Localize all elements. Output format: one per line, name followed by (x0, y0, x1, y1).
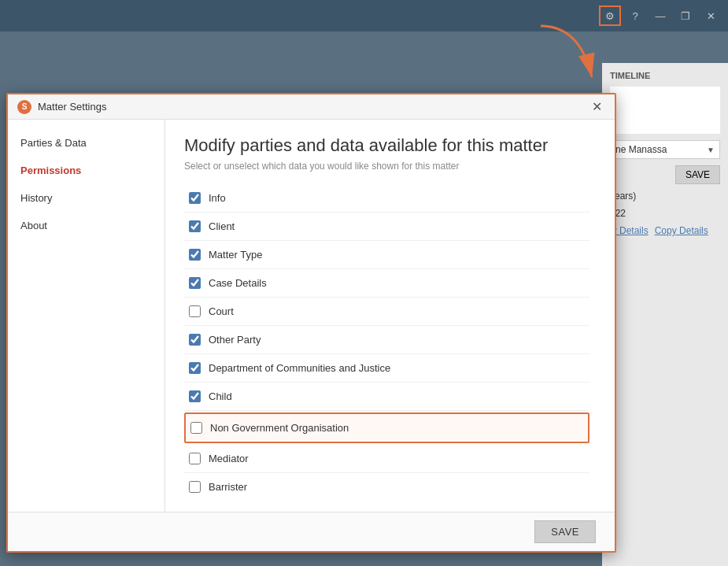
checkbox-non-govt-org[interactable] (190, 422, 202, 434)
modal-title: Matter Settings (38, 101, 582, 113)
modal-logo: S (17, 100, 31, 114)
modal-sidebar: Parties & Data Permissions History About (8, 120, 165, 512)
checkbox-list: Info Client Matter Type Ca (184, 184, 596, 499)
checkbox-item-case-details: Case Details (184, 269, 589, 298)
checkbox-info[interactable] (189, 192, 201, 204)
modal-overlay: S Matter Settings ✕ Parties & Data Permi… (0, 0, 728, 566)
checkbox-label-matter-type: Matter Type (209, 249, 262, 261)
modal-save-button[interactable]: SAVE (534, 520, 596, 543)
checkbox-label-non-govt-org: Non Government Organisation (210, 422, 349, 434)
checkbox-label-case-details: Case Details (209, 277, 267, 289)
checkbox-item-non-govt-org: Non Government Organisation (184, 412, 589, 443)
checkbox-item-client: Client (184, 213, 589, 241)
content-subtitle: Select or unselect which data you would … (184, 161, 596, 172)
checkbox-item-court: Court (184, 298, 589, 326)
checkbox-label-child: Child (209, 390, 232, 402)
checkbox-dept-communities[interactable] (189, 362, 201, 374)
checkbox-label-mediator: Mediator (209, 453, 249, 464)
checkbox-item-other-party: Other Party (184, 326, 589, 354)
modal-close-button[interactable]: ✕ (589, 99, 605, 114)
modal-titlebar: S Matter Settings ✕ (8, 94, 615, 120)
checkbox-label-other-party: Other Party (209, 334, 261, 346)
checkbox-mediator[interactable] (189, 453, 201, 464)
checkbox-matter-type[interactable] (189, 249, 201, 261)
checkbox-child[interactable] (189, 390, 201, 402)
content-heading: Modify parties and data available for th… (184, 135, 596, 156)
checkbox-item-child: Child (184, 383, 589, 411)
sidebar-item-history[interactable]: History (8, 184, 164, 212)
checkbox-other-party[interactable] (189, 334, 201, 346)
checkbox-label-barrister: Barrister (209, 481, 247, 493)
checkbox-label-info: Info (209, 192, 226, 204)
checkbox-label-court: Court (209, 305, 234, 317)
checkbox-case-details[interactable] (189, 277, 201, 289)
checkbox-item-barrister: Barrister (184, 473, 589, 499)
sidebar-item-about[interactable]: About (8, 212, 164, 239)
checkbox-item-matter-type: Matter Type (184, 241, 589, 269)
modal-body: Parties & Data Permissions History About… (8, 120, 615, 512)
modal-footer: SAVE (8, 512, 615, 551)
sidebar-item-parties-data[interactable]: Parties & Data (8, 129, 164, 157)
checkbox-item-info: Info (184, 184, 589, 213)
modal-main-content: Modify parties and data available for th… (165, 120, 615, 512)
checkbox-label-dept-communities: Department of Communities and Justice (209, 362, 390, 374)
checkbox-item-dept-communities: Department of Communities and Justice (184, 354, 589, 383)
matter-settings-modal: S Matter Settings ✕ Parties & Data Permi… (6, 93, 616, 553)
checkbox-court[interactable] (189, 305, 201, 317)
checkbox-label-client: Client (209, 220, 235, 232)
checkbox-item-mediator: Mediator (184, 445, 589, 473)
checkbox-client[interactable] (189, 220, 201, 232)
checkbox-barrister[interactable] (189, 481, 201, 493)
sidebar-item-permissions[interactable]: Permissions (8, 157, 164, 184)
